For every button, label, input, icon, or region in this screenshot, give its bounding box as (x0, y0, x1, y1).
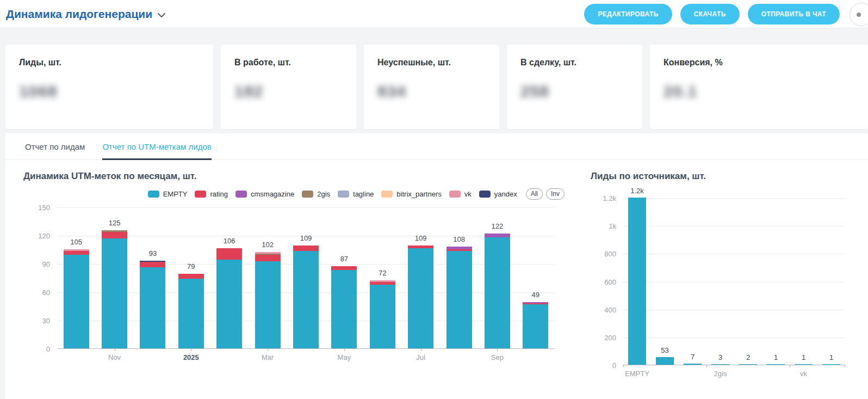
stat-card-to-deal: В сделку, шт. 258 (507, 45, 642, 129)
bar[interactable] (628, 198, 646, 365)
bar[interactable] (523, 302, 548, 348)
bar-value-label: 105 (70, 238, 82, 246)
bar-segment (64, 251, 89, 255)
legend-label: yandex (494, 190, 517, 198)
bar-value-label: 106 (224, 237, 235, 245)
bar[interactable] (684, 364, 702, 365)
tab-leads-report[interactable]: Отчет по лидам (25, 142, 85, 159)
bar[interactable] (178, 274, 204, 348)
stat-card-label: В работе, шт. (234, 58, 351, 67)
chart-title: Динамика UTM-меток по месяцам, шт. (23, 171, 555, 182)
x-axis-tick (790, 365, 790, 367)
legend-item[interactable]: 2gis (302, 190, 330, 198)
bar-segment (293, 251, 319, 348)
bar[interactable] (485, 234, 510, 348)
bar-value-label: 109 (415, 234, 427, 242)
grid-line (623, 282, 845, 283)
bar[interactable] (293, 245, 319, 348)
bar-segment (331, 266, 357, 270)
send-to-chat-button[interactable]: ОТПРАВИТЬ В ЧАТ (748, 4, 840, 24)
legend-swatch (302, 191, 313, 198)
legend-swatch (338, 191, 349, 198)
y-axis-label: 400 (604, 305, 616, 314)
bar-segment (523, 304, 548, 348)
stat-card-label: Конверсия, % (664, 58, 863, 67)
legend-item[interactable]: yandex (479, 190, 517, 198)
bar-value-label: 125 (109, 219, 121, 227)
legend-item[interactable]: cmsmagazine (235, 190, 294, 198)
legend-swatch (235, 191, 247, 198)
bar-segment (739, 364, 757, 365)
legend-item[interactable]: bitrix_partners (381, 190, 441, 198)
legend-item[interactable]: tagline (338, 190, 374, 198)
more-button[interactable] (850, 3, 868, 26)
bar[interactable] (656, 357, 674, 365)
x-axis-tick (497, 348, 498, 351)
x-axis-label: Nov (108, 353, 121, 361)
bar-segment (216, 248, 242, 260)
legend-item[interactable]: rating (195, 190, 228, 198)
bar-value-label: 7 (691, 353, 695, 361)
chevron-down-icon[interactable] (158, 10, 165, 20)
legend-item[interactable]: vk (449, 190, 472, 198)
bar-segment (140, 262, 165, 267)
stat-cards-row: Лиды, шт. 1068 В работе, шт. 182 Неуспеш… (5, 45, 868, 129)
bar[interactable] (739, 364, 757, 365)
bar-value-label: 93 (149, 249, 157, 257)
y-axis-label: 60 (42, 288, 50, 297)
bar-segment (628, 198, 646, 365)
grid-line (623, 226, 845, 226)
edit-button[interactable]: РЕДАКТИРОВАТЬ (584, 4, 672, 24)
stat-card-in-progress: В работе, шт. 182 (221, 45, 356, 129)
bar-segment (684, 364, 702, 365)
bar[interactable] (255, 252, 281, 348)
x-axis-tick (421, 348, 421, 351)
report-panel: Отчет по лидам Отчет по UTM-меткам лидов… (5, 133, 868, 399)
bar[interactable] (767, 364, 785, 365)
bar-value-label: 1 (802, 353, 805, 361)
bar[interactable] (795, 364, 813, 365)
y-axis-label: 120 (38, 232, 50, 240)
bar[interactable] (140, 261, 165, 348)
legend-all-button[interactable]: All (526, 188, 543, 200)
bar-segment (255, 255, 281, 261)
legend-inv-button[interactable]: Inv (546, 188, 565, 200)
tab-utm-report[interactable]: Отчет по UTM-меткам лидов (102, 142, 211, 160)
bar[interactable] (370, 280, 395, 348)
x-axis-tick (845, 365, 845, 367)
bar[interactable] (822, 364, 840, 365)
bar-segment (408, 248, 433, 348)
download-button[interactable]: СКАЧАТЬ (680, 4, 740, 24)
x-axis-label: EMPTY (625, 370, 649, 378)
bar-segment (331, 270, 357, 348)
bar-value-label: 108 (453, 235, 465, 243)
y-axis-label: 200 (604, 333, 616, 341)
bar-value-label: 49 (532, 291, 540, 299)
bar-value-label: 53 (661, 346, 668, 354)
x-axis-label: Sep (491, 353, 504, 361)
legend-label: vk (464, 190, 472, 198)
bar[interactable] (711, 364, 729, 365)
legend-item[interactable]: EMPTY (148, 190, 188, 198)
bar[interactable] (408, 245, 433, 348)
grid-line (623, 337, 845, 338)
bar[interactable] (102, 230, 127, 348)
bar-segment (485, 237, 510, 348)
bar-segment (102, 232, 127, 238)
stat-card-value: 834 (377, 82, 406, 101)
grid-line (623, 310, 845, 310)
bar[interactable] (216, 248, 242, 348)
bar[interactable] (331, 266, 357, 348)
stat-card-label: Неуспешные, шт. (377, 58, 494, 67)
grid-line (623, 198, 845, 199)
stat-card-conversion: Конверсия, % 20.1 (650, 45, 868, 129)
bar-value-label: 72 (379, 269, 386, 277)
bar[interactable] (64, 249, 89, 348)
x-axis-label: May (338, 353, 351, 361)
bar[interactable] (447, 247, 472, 348)
x-axis-label: vk (800, 370, 807, 378)
stat-card-label: Лиды, шт. (19, 58, 208, 67)
stat-card-value: 258 (520, 82, 549, 101)
legend-swatch (148, 191, 159, 198)
grid-line (57, 207, 555, 208)
